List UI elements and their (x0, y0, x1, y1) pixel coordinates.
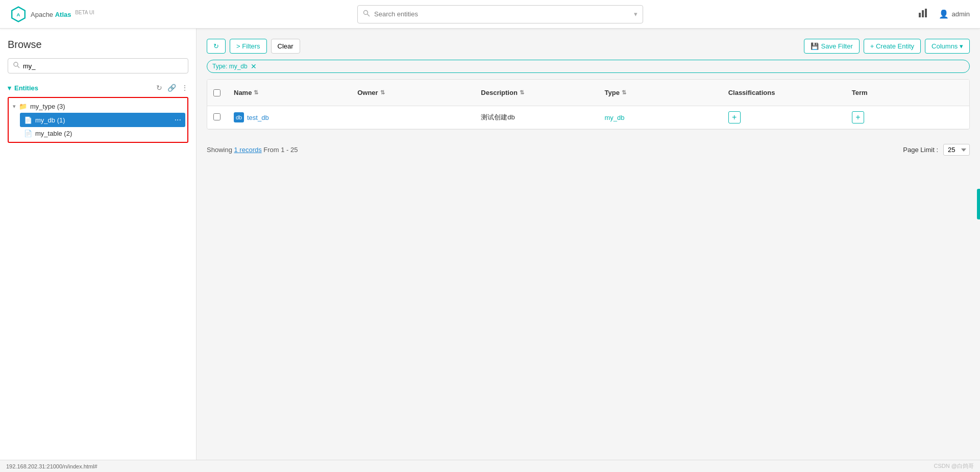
app-header: A Apache Atlas BETA UI ▾ 👤 admin (0, 0, 980, 29)
svg-rect-5 (922, 10, 924, 17)
logo-icon: A (10, 6, 27, 22)
sort-description-icon[interactable]: ⇅ (520, 89, 524, 96)
chevron-down-icon: ▾ (8, 84, 11, 92)
filter-tag-label: Type: my_db (212, 63, 248, 70)
toolbar: ↻ > Filters Clear 💾 Save Filter + Create… (207, 39, 970, 54)
search-bar-wrapper: ▾ (122, 5, 878, 23)
entity-name-link[interactable]: db test_db (234, 112, 345, 122)
toolbar-right: 💾 Save Filter + Create Entity Columns ▾ (804, 39, 970, 54)
col-owner-label: Owner (357, 89, 378, 96)
svg-rect-6 (925, 9, 927, 17)
csdn-watermark: CSDN @白鸽哥 (934, 462, 974, 470)
records-link[interactable]: 1 records (234, 146, 262, 154)
svg-point-7 (14, 62, 18, 66)
svg-rect-4 (919, 13, 921, 17)
link-icon[interactable]: 🔗 (167, 84, 176, 92)
scroll-handle[interactable] (977, 189, 980, 219)
entities-section: ▾ Entities ↻ 🔗 ⋮ ▾ 📁 my_type (3) (8, 84, 188, 143)
logo-area: A Apache Atlas BETA UI (10, 6, 122, 22)
admin-menu[interactable]: 👤 admin (939, 9, 970, 19)
col-checkbox (207, 85, 228, 101)
tree-root-label: my_type (3) (30, 103, 65, 110)
svg-point-2 (364, 11, 368, 15)
chart-icon[interactable] (918, 8, 928, 20)
col-type-label: Type (605, 89, 620, 96)
create-entity-button[interactable]: + Create Entity (864, 39, 921, 54)
filter-tag-close-icon[interactable]: ✕ (251, 62, 257, 70)
entities-header: ▾ Entities ↻ 🔗 ⋮ (8, 84, 188, 92)
folder-icon: 📁 (19, 103, 27, 110)
row-type-cell: my_db (599, 109, 722, 127)
entity-name: test_db (247, 114, 269, 121)
page-limit-select[interactable]: 10 25 50 100 (943, 144, 970, 156)
sidebar-search-input[interactable] (23, 62, 183, 70)
url-display: 192.168.202.31:21000/n/index.html# (6, 463, 97, 469)
search-icon (363, 10, 370, 18)
col-term-label: Term (852, 89, 868, 96)
entities-title[interactable]: ▾ Entities (8, 84, 38, 92)
entities-actions: ↻ 🔗 ⋮ (156, 84, 188, 92)
svg-text:A: A (17, 12, 20, 17)
save-filter-button[interactable]: 💾 Save Filter (804, 39, 860, 54)
col-name-label: Name (234, 89, 252, 96)
global-search-bar[interactable]: ▾ (357, 5, 643, 23)
col-classifications: Classifications (722, 85, 846, 101)
clear-label: Clear (278, 42, 293, 50)
row-checkbox[interactable] (213, 113, 220, 120)
sidebar-search-icon (13, 62, 20, 70)
active-filter-tag: Type: my_db ✕ (207, 60, 970, 73)
add-term-button[interactable]: + (852, 111, 864, 123)
table-row: db test_db 测试创建db my_db + + (207, 106, 969, 129)
tree-item-my-db[interactable]: 📄 my_db (1) ··· (20, 113, 185, 127)
main-container: Browse ▾ Entities ↻ 🔗 ⋮ (0, 29, 980, 472)
col-description-label: Description (481, 89, 518, 96)
row-term-cell[interactable]: + (846, 106, 969, 129)
search-input[interactable] (374, 10, 634, 18)
save-filter-label: Save Filter (821, 42, 853, 50)
row-checkbox-cell[interactable] (207, 108, 228, 127)
more-icon[interactable]: ⋮ (181, 84, 188, 92)
bottom-bar: 192.168.202.31:21000/n/index.html# CSDN … (0, 460, 980, 472)
col-name[interactable]: Name ⇅ (228, 85, 351, 101)
file-icon: 📄 (24, 130, 32, 137)
tree-item-more-icon[interactable]: ··· (175, 115, 181, 125)
entity-type-icon: db (234, 112, 244, 122)
row-owner-cell (351, 112, 475, 122)
tree-root-item[interactable]: ▾ 📁 my_type (3) (11, 100, 185, 113)
row-classifications-cell[interactable]: + (722, 106, 846, 129)
create-entity-label: + Create Entity (870, 42, 914, 50)
sidebar-search-box[interactable] (8, 58, 188, 73)
refresh-button[interactable]: ↻ (207, 39, 226, 54)
tree-item-my-db-label: my_db (1) (35, 116, 65, 124)
col-description[interactable]: Description ⇅ (475, 85, 598, 101)
tree-item-my-table-label: my_table (2) (35, 130, 72, 137)
content-area: ↻ > Filters Clear 💾 Save Filter + Create… (197, 29, 980, 472)
from-text: From 1 - 25 (263, 146, 298, 154)
col-type[interactable]: Type ⇅ (599, 85, 722, 101)
columns-label: Columns ▾ (932, 42, 963, 50)
row-description-cell: 测试创建db (475, 108, 598, 127)
select-all-checkbox[interactable] (213, 89, 220, 96)
entities-label: Entities (14, 84, 38, 92)
showing-text: Showing 1 records From 1 - 25 (207, 146, 298, 154)
sort-owner-icon[interactable]: ⇅ (380, 89, 385, 96)
tree-item-my-table[interactable]: 📄 my_table (2) (20, 127, 185, 140)
svg-line-3 (368, 14, 370, 16)
sort-name-icon[interactable]: ⇅ (254, 89, 258, 96)
col-owner[interactable]: Owner ⇅ (351, 85, 475, 101)
refresh-icon[interactable]: ↻ (156, 84, 162, 92)
clear-button[interactable]: Clear (271, 39, 300, 54)
sort-type-icon[interactable]: ⇅ (622, 89, 626, 96)
columns-button[interactable]: Columns ▾ (925, 39, 970, 54)
filters-label: > Filters (236, 42, 260, 50)
row-description-value: 测试创建db (481, 113, 514, 121)
row-type-link[interactable]: my_db (605, 114, 625, 121)
col-classifications-label: Classifications (728, 89, 775, 96)
tree-children: 📄 my_db (1) ··· 📄 my_table (2) (11, 113, 185, 140)
search-dropdown-icon[interactable]: ▾ (634, 10, 638, 18)
save-icon: 💾 (811, 42, 819, 50)
filters-button[interactable]: > Filters (230, 39, 267, 54)
table-header: Name ⇅ Owner ⇅ Description ⇅ Type ⇅ Clas… (207, 80, 969, 106)
add-classification-button[interactable]: + (728, 111, 741, 123)
chevron-down-icon: ▾ (13, 103, 16, 110)
